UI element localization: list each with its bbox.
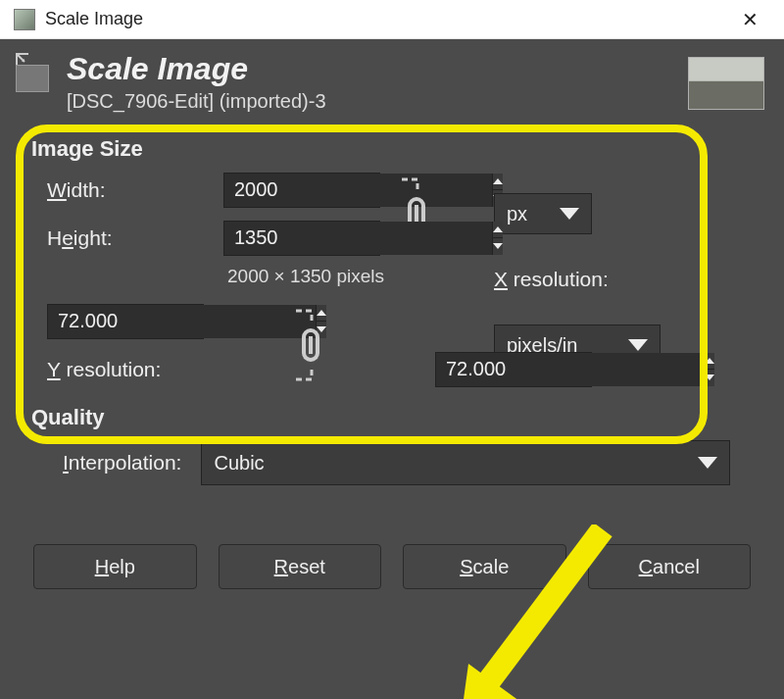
- height-field[interactable]: [224, 222, 492, 255]
- xres-input[interactable]: [47, 304, 204, 339]
- interpolation-label: Interpolation:: [63, 451, 181, 474]
- image-size-grid: Width:: [47, 172, 768, 387]
- chevron-down-icon: [560, 208, 579, 220]
- chevron-down-icon: [698, 457, 717, 469]
- yres-input[interactable]: [435, 352, 592, 387]
- cancel-button[interactable]: Cancel: [588, 544, 752, 589]
- yres-label: Y resolution:: [47, 358, 223, 381]
- quality-heading: Quality: [31, 405, 768, 430]
- dialog-buttons: Help Reset Scale Cancel: [16, 544, 768, 589]
- pixel-size-text: 2000 × 1350 pixels: [223, 266, 494, 287]
- yres-step-up[interactable]: [705, 353, 714, 371]
- chevron-down-icon: [628, 339, 648, 351]
- height-input[interactable]: [223, 221, 380, 256]
- image-preview-thumb: [688, 57, 764, 110]
- width-step-up[interactable]: [493, 174, 503, 191]
- yres-step-down[interactable]: [705, 370, 714, 386]
- dialog-header: Scale Image [DSC_7906-Edit] (imported)-3: [10, 49, 774, 123]
- yres-field[interactable]: [436, 353, 704, 386]
- app-icon: [14, 9, 35, 30]
- image-thumb-small-icon: [16, 65, 49, 92]
- help-button[interactable]: Help: [33, 544, 197, 589]
- dialog-body: Scale Image [DSC_7906-Edit] (imported)-3…: [0, 39, 784, 699]
- scale-image-dialog: Scale Image ✕ Scale Image [DSC_7906-Edit…: [0, 0, 784, 699]
- res-link-toggle[interactable]: [223, 303, 390, 387]
- width-field[interactable]: [224, 174, 492, 207]
- xres-label: X resolution:: [494, 268, 661, 291]
- height-step-down[interactable]: [493, 238, 503, 255]
- interpolation-value: Cubic: [214, 452, 264, 474]
- interpolation-dropdown[interactable]: Cubic: [201, 440, 730, 485]
- width-label: Width:: [47, 178, 223, 202]
- titlebar: Scale Image ✕: [0, 0, 784, 39]
- scale-button[interactable]: Scale: [403, 544, 566, 589]
- width-input[interactable]: [223, 173, 380, 208]
- height-label: Height:: [47, 226, 223, 250]
- size-unit-label: px: [507, 203, 527, 225]
- image-size-heading: Image Size: [31, 136, 768, 162]
- dialog-title: Scale Image: [67, 53, 688, 84]
- close-button[interactable]: ✕: [725, 0, 774, 39]
- reset-button[interactable]: Reset: [219, 544, 382, 589]
- size-unit-dropdown[interactable]: px: [494, 193, 592, 234]
- dialog-subtitle: [DSC_7906-Edit] (imported)-3: [67, 90, 688, 113]
- height-step-up[interactable]: [493, 222, 503, 239]
- window-title: Scale Image: [45, 9, 725, 29]
